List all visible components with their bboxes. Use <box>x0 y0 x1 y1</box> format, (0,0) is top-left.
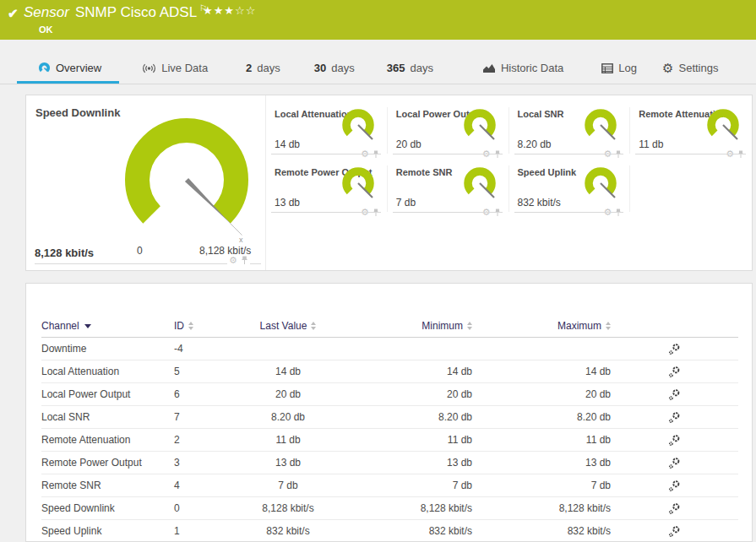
table-row: Remote Attenuation 2 11 db 11 db 11 db <box>41 429 738 452</box>
small-gauge-value: 20 db <box>396 138 422 150</box>
small-gauge-actions: ⚙ <box>481 149 503 159</box>
star-icon[interactable]: ★ <box>203 4 214 17</box>
main-gauge-value: 8,128 kbit/s <box>35 247 94 259</box>
small-gauge-value: 13 db <box>275 197 300 209</box>
small-gauge-actions: ⚙ <box>359 149 381 159</box>
tab-overview[interactable]: Overview <box>38 52 101 84</box>
edit-channel-gears-icon[interactable] <box>668 343 681 355</box>
small-gauge-value: 8.20 db <box>518 138 552 150</box>
minimum-cell: 14 db <box>351 366 472 377</box>
channel-table-header: Channel ID Last Value Minimum Maximum <box>41 314 738 338</box>
channel-settings-gear-icon[interactable]: ⚙ <box>361 208 369 217</box>
column-header-id[interactable]: ID <box>174 320 225 332</box>
edit-channel-gears-icon[interactable] <box>668 388 681 401</box>
tab-2-days[interactable]: 2 days <box>246 52 280 84</box>
channel-settings-gear-icon[interactable]: ⚙ <box>603 208 612 217</box>
maximum-cell: 13 db <box>472 457 611 469</box>
channels-panel: Channel ID Last Value Minimum Maximum Do… <box>25 283 753 542</box>
tab-label: Log <box>618 62 637 74</box>
channel-settings-gear-icon[interactable]: ⚙ <box>229 256 237 265</box>
channel-table: Channel ID Last Value Minimum Maximum Do… <box>41 314 738 542</box>
tab-365-days[interactable]: 365 days <box>387 52 433 84</box>
channel-settings-gear-icon[interactable]: ⚙ <box>726 149 734 159</box>
channel-id-cell: 0 <box>174 502 225 514</box>
pin-icon[interactable] <box>615 209 622 217</box>
channel-id-cell: 7 <box>174 411 225 423</box>
minimum-cell: 7 db <box>351 480 472 491</box>
column-header-channel[interactable]: Channel <box>41 320 174 332</box>
speed-downlink-gauge: x <box>111 102 263 246</box>
edit-channel-gears-icon[interactable] <box>668 411 681 424</box>
channel-id-cell: 5 <box>174 366 225 377</box>
small-gauge-cell: Remote Attenuation 11 db ⚙ <box>630 107 752 154</box>
sensor-name: SNMP Cisco ADSL <box>75 4 197 20</box>
edit-channel-gears-icon[interactable] <box>668 480 681 492</box>
maximum-cell: 8,128 kbit/s <box>472 502 611 514</box>
gauge-icon <box>38 62 51 74</box>
tab-settings[interactable]: ⚙ Settings <box>662 52 718 84</box>
channel-settings-gear-icon[interactable]: ⚙ <box>361 149 369 159</box>
minimum-cell: 11 db <box>351 434 472 446</box>
star-rating[interactable]: ★★★☆☆ <box>203 4 256 17</box>
small-gauge-actions: ⚙ <box>601 149 623 159</box>
minimum-cell: 20 db <box>351 388 472 400</box>
last-value-cell: 832 kbit/s <box>225 525 351 537</box>
small-gauge <box>462 165 501 204</box>
channel-settings-gear-icon[interactable]: ⚙ <box>603 149 612 159</box>
small-gauge-cell: Speed Uplink 832 kbit/s ⚙ <box>509 165 631 212</box>
pin-icon[interactable] <box>494 209 501 217</box>
star-icon[interactable]: ☆ <box>235 4 246 17</box>
edit-channel-gears-icon[interactable] <box>668 457 681 469</box>
page-title: SensorSNMP Cisco ADSL⚐ <box>24 3 207 21</box>
sort-icon[interactable] <box>311 322 316 330</box>
tab-30-days[interactable]: 30 days <box>314 52 355 84</box>
edit-channel-gears-icon[interactable] <box>668 366 681 378</box>
channel-id-cell: 2 <box>174 434 225 446</box>
sort-desc-icon[interactable] <box>84 324 91 328</box>
channel-name-cell: Downtime <box>41 343 174 355</box>
pin-icon[interactable] <box>373 150 379 159</box>
star-icon[interactable]: ★ <box>214 4 225 17</box>
column-header-last-value[interactable]: Last Value <box>225 320 351 332</box>
edit-channel-gears-icon[interactable] <box>668 502 681 515</box>
column-header-maximum[interactable]: Maximum <box>472 320 611 332</box>
tab-live-data[interactable]: Live Data <box>142 52 208 84</box>
pin-icon[interactable] <box>737 150 744 159</box>
pin-icon[interactable] <box>494 150 501 159</box>
last-value-cell: 8,128 kbit/s <box>225 502 351 514</box>
table-row: Downtime -4 <box>41 338 738 360</box>
maximum-cell: 14 db <box>472 366 611 377</box>
channel-name-cell: Speed Downlink <box>41 502 174 514</box>
pin-icon[interactable] <box>241 256 248 265</box>
last-value-cell: 7 db <box>225 480 351 491</box>
star-icon[interactable]: ★ <box>224 4 235 17</box>
pin-icon[interactable] <box>373 209 379 217</box>
small-gauge <box>340 165 379 204</box>
main-gauge-title: Speed Downlink <box>35 106 120 119</box>
channel-name-cell: Local Attenuation <box>41 366 174 377</box>
channel-name-cell: Remote Attenuation <box>41 434 174 446</box>
small-gauge-value: 11 db <box>639 138 663 150</box>
sort-icon[interactable] <box>606 322 611 330</box>
tab-label: Historic Data <box>501 62 563 74</box>
small-gauge-title: Remote SNR <box>396 167 453 177</box>
pin-icon[interactable] <box>615 150 622 159</box>
tab-historic-data[interactable]: Historic Data <box>482 52 563 84</box>
channel-name-cell: Speed Uplink <box>41 525 174 537</box>
edit-channel-gears-icon[interactable] <box>668 434 681 447</box>
small-gauge-value: 832 kbit/s <box>518 197 561 209</box>
small-gauges-grid: Local Attenuation 14 db ⚙ Local Power Ou… <box>266 95 752 270</box>
small-gauge-actions: ⚙ <box>724 149 746 159</box>
channel-settings-gear-icon[interactable]: ⚙ <box>482 149 491 159</box>
small-gauge <box>583 165 622 204</box>
last-value-cell: 8.20 db <box>225 411 351 423</box>
empty-gauge-cell <box>630 165 752 212</box>
star-icon[interactable]: ☆ <box>246 4 257 17</box>
channel-settings-gear-icon[interactable]: ⚙ <box>482 208 491 217</box>
edit-channel-gears-icon[interactable] <box>668 525 681 538</box>
sort-icon[interactable] <box>188 322 193 330</box>
table-row: Local Power Output 6 20 db 20 db 20 db <box>41 383 738 406</box>
column-header-minimum[interactable]: Minimum <box>351 320 472 332</box>
gauge-scale-min: 0 <box>137 245 143 257</box>
tab-log[interactable]: Log <box>601 52 637 84</box>
